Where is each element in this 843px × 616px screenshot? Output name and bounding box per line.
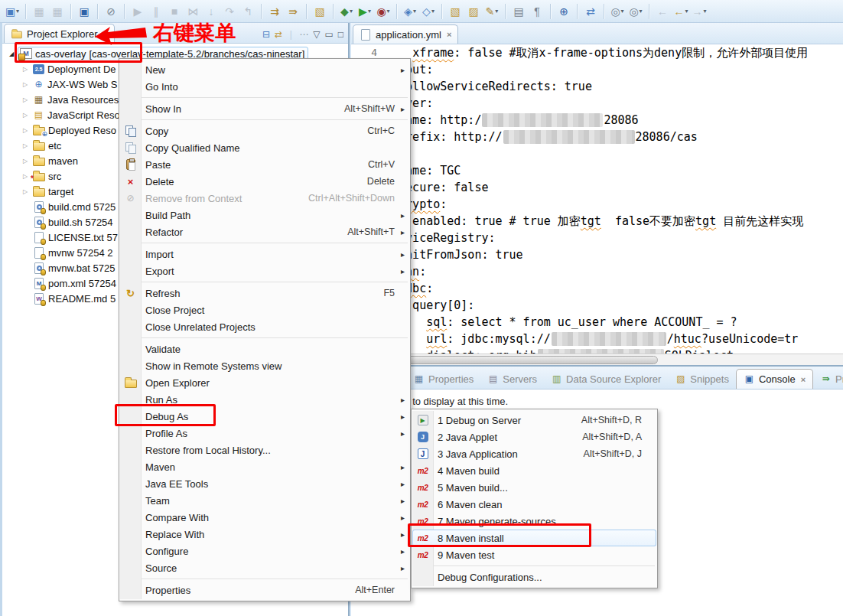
- tree-expander-icon[interactable]: ▷: [19, 173, 31, 180]
- menu-item-debug-configurations[interactable]: Debug Configurations...: [412, 569, 656, 585]
- show-source-doc-icon[interactable]: ▤: [510, 2, 527, 21]
- tab-servers[interactable]: ▤Servers: [480, 369, 544, 389]
- menu-item-1-debug-on-server[interactable]: ▶1 Debug on ServerAlt+Shift+D, R: [412, 412, 656, 429]
- code-line[interactable]: 18 jdbc:: [351, 280, 843, 297]
- save-all-icon[interactable]: ▦: [49, 2, 66, 21]
- menu-item-restore-from-local-history[interactable]: Restore from Local History...: [120, 442, 409, 458]
- minimize-view-icon[interactable]: ▭: [324, 29, 333, 40]
- step-into-icon[interactable]: ↓: [203, 2, 220, 21]
- tab-properties[interactable]: ▦Properties: [406, 369, 480, 389]
- suspend-icon[interactable]: ∥: [148, 2, 164, 21]
- tree-expander-icon[interactable]: ▷: [19, 81, 31, 88]
- maximize-view-icon[interactable]: □: [338, 29, 343, 40]
- code-line[interactable]: 7server:: [351, 95, 843, 112]
- menu-item-replace-with[interactable]: Replace With▸: [120, 526, 409, 543]
- code-line[interactable]: 11 name: TGC: [351, 162, 843, 179]
- menu-item-compare-with[interactable]: Compare With▸: [120, 509, 409, 526]
- code-line[interactable]: 13 crypto:: [351, 196, 843, 213]
- link-with-editor-icon[interactable]: ⇄: [275, 29, 282, 40]
- tree-expander-icon[interactable]: ▷: [19, 142, 31, 149]
- menu-item-close-unrelated-projects[interactable]: Close Unrelated Projects: [120, 318, 409, 335]
- resume-icon[interactable]: ▶: [129, 2, 146, 21]
- editor-horizontal-scrollbar[interactable]: [351, 354, 843, 365]
- new-web-service-icon[interactable]: ◇▾: [420, 2, 437, 21]
- view-dots-icon[interactable]: ⋯: [299, 29, 308, 40]
- disconnect-icon[interactable]: ⋈: [184, 2, 201, 21]
- code-line[interactable]: 16 initFromJson: true: [351, 246, 843, 263]
- tree-expander-icon[interactable]: ▷: [19, 127, 31, 134]
- menu-item-copy-qualified-name[interactable]: Copy Qualified Name: [120, 139, 409, 156]
- run-icon[interactable]: ▶▾: [356, 2, 373, 21]
- import-folder-icon[interactable]: ▨: [465, 2, 482, 21]
- mark-implementors-icon[interactable]: ◎▾: [627, 2, 644, 21]
- code-line[interactable]: 20 sql: select * from uc_user where ACCO…: [351, 314, 843, 331]
- menu-item-team[interactable]: Team▸: [120, 492, 409, 509]
- menu-item-go-into[interactable]: Go Into: [120, 78, 409, 95]
- tab-application-yml[interactable]: application.yml ×: [353, 24, 458, 44]
- new-wizard-icon[interactable]: ▣▾: [4, 2, 21, 21]
- tab-data-source-explorer[interactable]: ▥Data Source Explorer: [544, 369, 668, 389]
- view-menu-icon[interactable]: ▽: [313, 29, 320, 40]
- code-line[interactable]: 19 query[0]:: [351, 297, 843, 314]
- menu-item-open-explorer[interactable]: Open Explorer: [120, 374, 409, 391]
- new-web-wizard-icon[interactable]: ◈▾: [402, 2, 418, 21]
- menu-item-profile-as[interactable]: Profile As▸: [120, 425, 409, 442]
- open-folder-icon[interactable]: ▧: [447, 2, 464, 21]
- menu-item-maven[interactable]: Maven▸: [120, 458, 409, 475]
- tree-expander-icon[interactable]: ▷: [19, 158, 31, 165]
- menu-item-show-in[interactable]: Show InAlt+Shift+W▸: [120, 100, 409, 117]
- menu-item-export[interactable]: Export▸: [120, 262, 409, 279]
- editor-body[interactable]: 4 xframe: false #取消x-frame-options为deny限…: [351, 44, 843, 354]
- menu-item-debug-as[interactable]: Debug As▸: [120, 408, 409, 425]
- menu-item-6-maven-clean[interactable]: m26 Maven clean: [412, 496, 656, 513]
- menu-item-refactor[interactable]: RefactorAlt+Shift+T▸: [120, 223, 409, 240]
- skip-all-breakpoints-icon[interactable]: ⊘: [103, 2, 119, 21]
- launch-client-icon[interactable]: ⇄: [582, 2, 599, 21]
- menu-item-source[interactable]: Source▸: [120, 559, 409, 576]
- menu-item-configure[interactable]: Configure▸: [120, 543, 409, 559]
- close-icon[interactable]: ×: [447, 30, 451, 39]
- forward-icon[interactable]: →▾: [691, 2, 708, 21]
- code-line[interactable]: 21 url: jdbc:mysql:///htuc?useUnicode=tr: [351, 331, 843, 347]
- menu-item-remove-from-context[interactable]: ⊘Remove from ContextCtrl+Alt+Shift+Down: [120, 190, 409, 207]
- back-disabled-icon[interactable]: ←: [654, 2, 671, 21]
- code-line[interactable]: 12 secure: false: [351, 179, 843, 196]
- tree-expander-icon[interactable]: ▷: [19, 66, 31, 73]
- tab-progress[interactable]: ⇛Progress: [813, 369, 843, 389]
- back-icon[interactable]: ←▾: [672, 2, 689, 21]
- menu-item-2-java-applet[interactable]: J2 Java AppletAlt+Shift+D, A: [412, 429, 656, 445]
- open-console-icon[interactable]: ▣: [76, 2, 93, 21]
- menu-item-4-maven-build[interactable]: m24 Maven build: [412, 462, 656, 479]
- menu-item-show-in-remote-systems-view[interactable]: Show in Remote Systems view: [120, 357, 409, 374]
- tab-snippets[interactable]: ▨Snippets: [668, 369, 736, 389]
- menu-item-run-as[interactable]: Run As▸: [120, 391, 409, 408]
- menu-item-java-ee-tools[interactable]: Java EE Tools▸: [120, 475, 409, 492]
- code-line[interactable]: 15serviceRegistry:: [351, 230, 843, 246]
- menu-item-properties[interactable]: PropertiesAlt+Enter: [120, 582, 409, 598]
- code-line[interactable]: 14 enabled: true # true 加密tgt false不要加密t…: [351, 213, 843, 230]
- code-line[interactable]: 22 dialect: org.hibSQLDialect: [351, 347, 843, 354]
- menu-item-refresh[interactable]: ↻RefreshF5: [120, 285, 409, 301]
- run-last-tool-icon[interactable]: ⇉: [266, 2, 283, 21]
- save-icon[interactable]: ▦: [31, 2, 47, 21]
- menu-item-import[interactable]: Import▸: [120, 246, 409, 262]
- debug-icon[interactable]: ◆▾: [338, 2, 355, 21]
- menu-item-paste[interactable]: PasteCtrl+V: [120, 156, 409, 173]
- code-line[interactable]: 6 followServiceRedirects: true: [351, 78, 843, 95]
- close-icon[interactable]: ×: [801, 375, 806, 384]
- mark-occurrences-icon[interactable]: ◎▾: [609, 2, 626, 21]
- show-whitespace-icon[interactable]: ¶: [529, 2, 545, 21]
- step-over-icon[interactable]: ↷: [221, 2, 238, 21]
- menu-item-copy[interactable]: CopyCtrl+C: [120, 122, 409, 139]
- tree-expander-icon[interactable]: ▷: [19, 188, 31, 195]
- collapse-all-icon[interactable]: ⊟: [262, 29, 270, 40]
- menu-item-build-path[interactable]: Build Path▸: [120, 207, 409, 223]
- tab-project-explorer[interactable]: Project Explorer ×: [4, 24, 115, 43]
- menu-item-close-project[interactable]: Close Project: [120, 301, 409, 318]
- code-line[interactable]: 10tgc:: [351, 145, 843, 162]
- menu-item-delete[interactable]: ×DeleteDelete: [120, 173, 409, 190]
- menu-item-new[interactable]: New▸: [120, 61, 409, 78]
- menu-item-9-maven-test[interactable]: m29 Maven test: [412, 546, 656, 563]
- tree-expander-icon[interactable]: ▷: [19, 112, 31, 119]
- terminate-icon[interactable]: ■: [166, 2, 183, 21]
